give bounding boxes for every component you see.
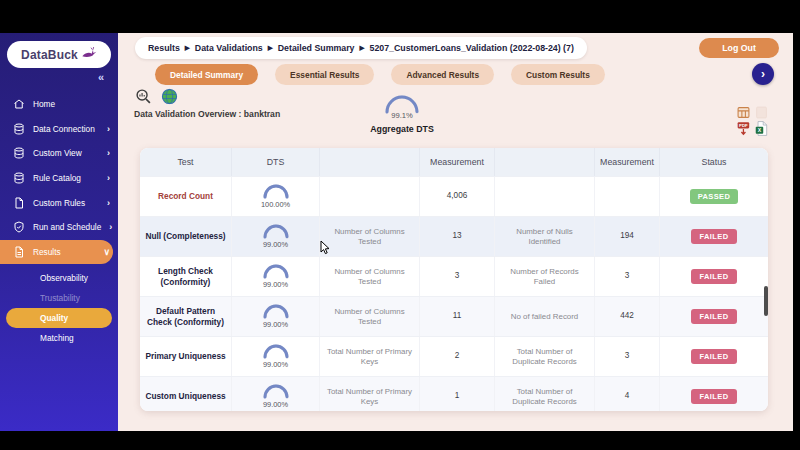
sidebar: DataBuck « HomeData Connection›Custom Vi…	[0, 33, 118, 431]
measurement1-label-cell: Number of Columns Tested	[320, 257, 420, 296]
measurement1-value-cell: 4,006	[420, 177, 495, 216]
sidebar-item-data-connection[interactable]: Data Connection›	[0, 117, 118, 142]
breadcrumb-part[interactable]: 5207_CustomerLoans_Validation (2022-08-2…	[370, 43, 574, 53]
table-export-icon[interactable]	[737, 105, 750, 118]
measurement1-value-cell: 3	[420, 257, 495, 296]
sidebar-collapse-button[interactable]: «	[0, 68, 118, 83]
sidebar-subitem-matching[interactable]: Matching	[0, 328, 118, 348]
dts-gauge-cell: 99.00%	[232, 377, 320, 411]
logo-text: DataBuck	[21, 48, 78, 62]
sidebar-subitem-quality[interactable]: Quality	[6, 308, 112, 328]
sidebar-subitem-observability[interactable]: Observability	[0, 268, 118, 288]
sheet-disabled-icon[interactable]	[755, 105, 768, 118]
sidebar-item-rule-catalog[interactable]: Rule Catalog›	[0, 166, 118, 191]
breadcrumb-part[interactable]: Data Validations	[195, 43, 263, 53]
table-row: Length Check (Conformity)99.00%Number of…	[140, 256, 768, 296]
sidebar-subitem-label: Quality	[40, 313, 68, 323]
table-row: Primary Uniqueness99.00%Total Number of …	[140, 336, 768, 376]
sidebar-subitem-label: Trustability	[40, 293, 80, 303]
status-badge: FAILED	[691, 269, 736, 284]
test-name-cell: Null (Completeness)	[140, 217, 232, 256]
pdf-download-icon[interactable]: PDF	[737, 121, 750, 134]
sidebar-item-label: Run and Schedule	[33, 222, 101, 232]
dts-gauge-cell: 100.00%	[232, 177, 320, 216]
dts-gauge-value: 100.00%	[261, 200, 290, 209]
tab-detailed-summary[interactable]: Detailed Summary	[155, 64, 258, 85]
measurement2-label-cell: Total Number of Duplicate Records	[495, 377, 595, 411]
chevron-icon: ›	[107, 148, 110, 158]
status-cell: FAILED	[660, 217, 768, 256]
logout-button[interactable]: Log Out	[699, 38, 779, 58]
measurement1-value-cell: 11	[420, 297, 495, 336]
dts-gauge-cell: 99.00%	[232, 297, 320, 336]
measurement2-value-cell: 3	[595, 257, 660, 296]
column-header-measurement: Measurement	[420, 148, 495, 176]
databuck-logo[interactable]: DataBuck	[7, 41, 111, 68]
sidebar-item-label: Data Connection	[33, 124, 99, 134]
tab-custom-results[interactable]: Custom Results	[511, 64, 605, 85]
app-window: DataBuck « HomeData Connection›Custom Vi…	[0, 33, 793, 431]
measurement1-value-cell: 2	[420, 337, 495, 376]
sidebar-item-custom-view[interactable]: Custom View›	[0, 141, 118, 166]
breadcrumb: Results▶Data Validations▶Detailed Summar…	[135, 37, 587, 59]
chevron-icon: ›	[107, 173, 110, 183]
table-body: Record Count100.00%4,006PASSEDNull (Comp…	[140, 176, 768, 411]
status-cell: FAILED	[660, 257, 768, 296]
status-badge: FAILED	[691, 349, 736, 364]
chevron-icon: ›	[109, 222, 112, 232]
zoom-chart-icon[interactable]	[135, 88, 152, 105]
column-header	[495, 148, 595, 176]
globe-icon[interactable]	[161, 88, 178, 105]
tab-essential-results[interactable]: Essential Results	[275, 64, 374, 85]
breadcrumb-part[interactable]: Results	[148, 43, 180, 53]
excel-download-icon[interactable]: X	[755, 121, 768, 134]
test-name-cell: Default Pattern Check (Conformity)	[140, 297, 232, 336]
breadcrumb-part[interactable]: Detailed Summary	[278, 43, 355, 53]
database-icon	[13, 172, 25, 184]
sidebar-subnav: ObservabilityTrustabilityQualityMatching	[0, 268, 118, 348]
table-row: Null (Completeness)99.00%Number of Colum…	[140, 216, 768, 256]
sidebar-item-home[interactable]: Home	[0, 92, 118, 117]
databuck-deer-icon	[81, 46, 97, 64]
sidebar-item-results[interactable]: Results∨	[0, 240, 113, 265]
scrollbar-thumb[interactable]	[764, 286, 768, 316]
status-cell: PASSED	[660, 177, 768, 216]
measurement2-value-cell: 3	[595, 337, 660, 376]
test-name-cell: Custom Uniqueness	[140, 377, 232, 411]
sidebar-subitem-label: Observability	[40, 273, 88, 283]
measurement2-value-cell: 442	[595, 297, 660, 336]
table-row: Custom Uniqueness99.00%Total Number of P…	[140, 376, 768, 411]
sidebar-item-label: Custom View	[33, 148, 99, 158]
sidebar-subitem-label: Matching	[40, 333, 74, 343]
breadcrumb-separator-icon: ▶	[268, 44, 273, 52]
tab-advanced-results[interactable]: Advanced Results	[391, 64, 494, 85]
sidebar-subitem-trustability[interactable]: Trustability	[0, 288, 118, 308]
column-header-status: Status	[660, 148, 768, 176]
measurement1-label-cell: Number of Columns Tested	[320, 297, 420, 336]
svg-text:X: X	[758, 127, 762, 133]
sidebar-item-label: Results	[33, 247, 95, 257]
column-header-measurement: Measurement	[595, 148, 660, 176]
chevron-icon: ∨	[103, 247, 110, 257]
status-cell: FAILED	[660, 337, 768, 376]
measurement2-label-cell: Number of Nulls Identified	[495, 217, 595, 256]
status-badge: FAILED	[691, 229, 736, 244]
mouse-cursor	[320, 240, 331, 259]
overview-title: Data Validation Overview : banktran	[134, 109, 280, 119]
sidebar-nav: HomeData Connection›Custom View›Rule Cat…	[0, 92, 118, 264]
tab-bar: Detailed SummaryEssential ResultsAdvance…	[155, 64, 605, 85]
tabs-next-button[interactable]: ›	[752, 63, 774, 85]
sidebar-item-custom-rules[interactable]: Custom Rules›	[0, 190, 118, 215]
column-header-dts: DTS	[232, 148, 320, 176]
column-header-test: Test	[140, 148, 232, 176]
measurement2-label-cell: No of failed Record	[495, 297, 595, 336]
dts-gauge-cell: 99.00%	[232, 217, 320, 256]
breadcrumb-separator-icon: ▶	[360, 44, 365, 52]
sidebar-item-run-and-schedule[interactable]: Run and Schedule›	[0, 215, 118, 240]
database-icon	[13, 147, 25, 159]
table-row: Default Pattern Check (Conformity)99.00%…	[140, 296, 768, 336]
aggregate-gauge-label: Aggregate DTS	[367, 124, 437, 134]
dts-gauge-value: 99.00%	[263, 400, 288, 409]
measurement1-label-cell: Total Number of Primary Keys	[320, 377, 420, 411]
measurement1-value-cell: 13	[420, 217, 495, 256]
